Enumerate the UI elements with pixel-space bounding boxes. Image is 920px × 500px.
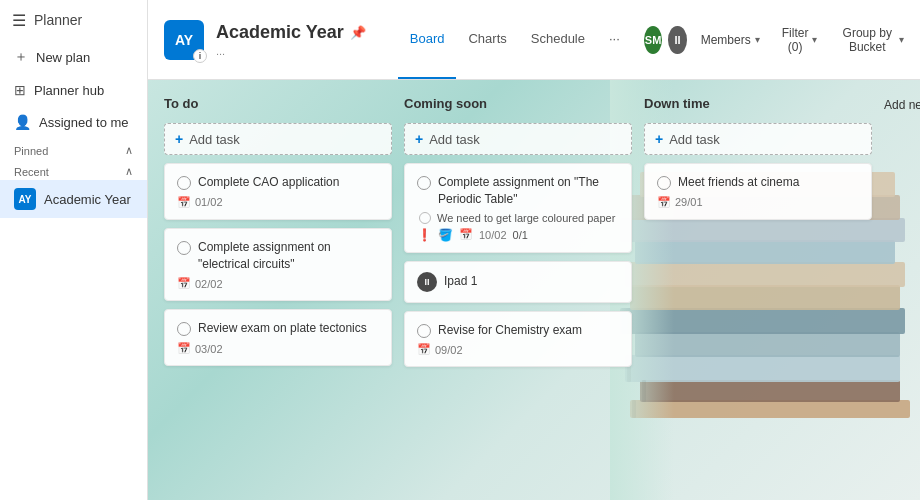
task-card[interactable]: Complete assignment on "electrical circu… — [164, 228, 392, 302]
add-task-label: Add task — [669, 132, 720, 147]
members-button[interactable]: Members ▾ — [693, 29, 768, 51]
subtask-text: We need to get large coloured paper — [437, 212, 615, 224]
column-down-time: Down time + Add task Meet friends at cin… — [644, 96, 872, 484]
bucket-icon: 🪣 — [438, 228, 453, 242]
task-complete-circle[interactable] — [417, 176, 431, 190]
header-title-area: Academic Year 📌 ... — [216, 22, 366, 57]
sidebar-item-label: Academic Year — [44, 192, 131, 207]
pinned-section-label: Pinned ∧ — [0, 138, 147, 159]
column-title: Down time — [644, 96, 872, 115]
task-row: Complete assignment on "The Periodic Tab… — [417, 174, 619, 208]
add-task-down-time[interactable]: + Add task — [644, 123, 872, 155]
sidebar-item-new-plan[interactable]: ＋ New plan — [0, 40, 147, 74]
person-icon: 👤 — [14, 114, 31, 130]
task-complete-circle[interactable] — [657, 176, 671, 190]
column-title: Coming soon — [404, 96, 632, 115]
task-title: Complete assignment on "The Periodic Tab… — [438, 174, 619, 208]
add-task-coming-soon[interactable]: + Add task — [404, 123, 632, 155]
avatar-sm[interactable]: SM — [644, 26, 662, 54]
task-card[interactable]: Review exam on plate tectonics 📅 03/02 — [164, 309, 392, 366]
info-badge: i — [193, 49, 207, 63]
column-title: To do — [164, 96, 392, 115]
task-date: 📅 01/02 — [177, 196, 379, 209]
collapse-icon[interactable]: ∧ — [125, 144, 133, 157]
group-by-button[interactable]: Group by Bucket ▾ — [831, 22, 912, 58]
sidebar-item-label: Planner hub — [34, 83, 104, 98]
task-title: Meet friends at cinema — [678, 174, 799, 191]
collapse-icon[interactable]: ∧ — [125, 165, 133, 178]
plan-title-row: Academic Year 📌 — [216, 22, 366, 43]
header: AY i Academic Year 📌 ... Board Charts Sc… — [148, 0, 920, 80]
add-task-label: Add task — [429, 132, 480, 147]
calendar-icon: 📅 — [417, 343, 431, 356]
calendar-icon: 📅 — [177, 277, 191, 290]
chevron-down-icon: ▾ — [899, 34, 904, 45]
subtask-row: We need to get large coloured paper — [417, 212, 619, 224]
task-row: II Ipad 1 — [417, 272, 619, 292]
main-content: AY i Academic Year 📌 ... Board Charts Sc… — [148, 0, 920, 500]
header-nav: Board Charts Schedule ··· — [398, 0, 632, 79]
sidebar-header: ☰ Planner — [0, 0, 147, 40]
board-area: To do + Add task Complete CAO applicatio… — [148, 80, 920, 500]
header-actions: SM II Members ▾ Filter (0) ▾ Group by Bu… — [644, 22, 912, 58]
nav-more[interactable]: ··· — [597, 0, 632, 79]
nav-charts[interactable]: Charts — [456, 0, 518, 79]
task-meta: ❗ 🪣 📅 10/02 0/1 — [417, 228, 619, 242]
plus-icon: + — [655, 131, 663, 147]
hamburger-icon[interactable]: ☰ — [12, 11, 26, 30]
task-row: Complete CAO application — [177, 174, 379, 191]
add-task-label: Add task — [189, 132, 240, 147]
nav-schedule[interactable]: Schedule — [519, 0, 597, 79]
task-title: Complete assignment on "electrical circu… — [198, 239, 379, 273]
task-date-inline: 10/02 — [479, 229, 507, 241]
task-card[interactable]: Complete CAO application 📅 01/02 — [164, 163, 392, 220]
task-date: 📅 29/01 — [657, 196, 859, 209]
sidebar-item-label: Assigned to me — [39, 115, 129, 130]
task-card[interactable]: Revise for Chemistry exam 📅 09/02 — [404, 311, 632, 368]
task-card[interactable]: II Ipad 1 — [404, 261, 632, 303]
plan-icon: AY i — [164, 20, 204, 60]
plus-icon: + — [175, 131, 183, 147]
task-row: Revise for Chemistry exam — [417, 322, 619, 339]
pin-icon[interactable]: 📌 — [350, 25, 366, 40]
task-card[interactable]: Meet friends at cinema 📅 29/01 — [644, 163, 872, 220]
column-coming-soon: Coming soon + Add task Complete assignme… — [404, 96, 632, 484]
task-complete-circle[interactable] — [177, 241, 191, 255]
plus-icon: ＋ — [14, 48, 28, 66]
nav-board[interactable]: Board — [398, 0, 457, 79]
task-date: 📅 02/02 — [177, 277, 379, 290]
add-new-bucket-button[interactable]: Add new buc... — [884, 96, 920, 112]
task-card[interactable]: Complete assignment on "The Periodic Tab… — [404, 163, 632, 253]
task-title: Revise for Chemistry exam — [438, 322, 582, 339]
recent-section-label: Recent ∧ — [0, 159, 147, 180]
task-complete-circle[interactable] — [177, 322, 191, 336]
task-date: 📅 03/02 — [177, 342, 379, 355]
calendar-icon: 📅 — [657, 196, 671, 209]
plan-subtitle: ... — [216, 45, 366, 57]
sidebar-item-planner-hub[interactable]: ⊞ Planner hub — [0, 74, 147, 106]
column-todo: To do + Add task Complete CAO applicatio… — [164, 96, 392, 484]
calendar-icon: 📅 — [459, 228, 473, 241]
task-title: Review exam on plate tectonics — [198, 320, 367, 337]
task-complete-circle[interactable] — [177, 176, 191, 190]
sidebar-item-assigned-to-me[interactable]: 👤 Assigned to me — [0, 106, 147, 138]
grid-icon: ⊞ — [14, 82, 26, 98]
svg-rect-11 — [632, 400, 636, 418]
chevron-down-icon: ▾ — [755, 34, 760, 45]
task-row: Complete assignment on "electrical circu… — [177, 239, 379, 273]
avatar-ii[interactable]: II — [668, 26, 686, 54]
task-row: Review exam on plate tectonics — [177, 320, 379, 337]
add-task-todo[interactable]: + Add task — [164, 123, 392, 155]
chevron-down-icon: ▾ — [812, 34, 817, 45]
task-assignee-avatar: II — [417, 272, 437, 292]
app-name: Planner — [34, 12, 82, 28]
badge-count: 0/1 — [513, 229, 528, 241]
sidebar-item-academic-year[interactable]: AY Academic Year — [0, 180, 147, 218]
task-date: 📅 09/02 — [417, 343, 619, 356]
calendar-icon: 📅 — [177, 342, 191, 355]
filter-button[interactable]: Filter (0) ▾ — [774, 22, 826, 58]
task-row: Meet friends at cinema — [657, 174, 859, 191]
task-complete-circle[interactable] — [417, 324, 431, 338]
sidebar-item-label: New plan — [36, 50, 90, 65]
priority-icon: ❗ — [417, 228, 432, 242]
